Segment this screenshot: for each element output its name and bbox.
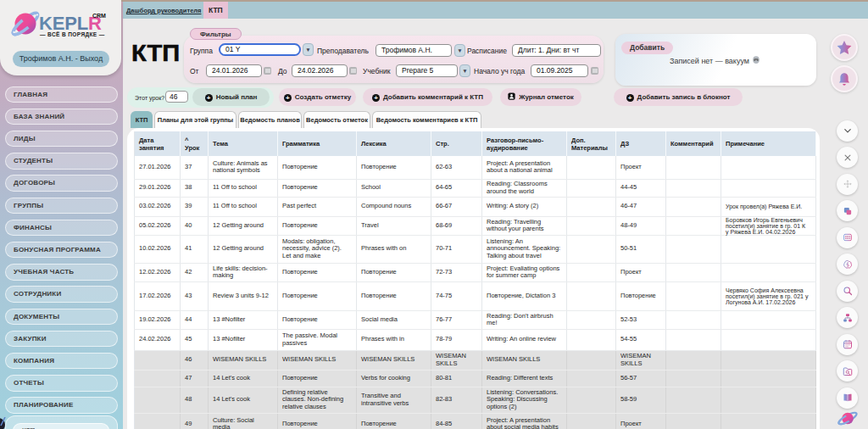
svg-text:— ВСЁ В ПОРЯДКЕ —: — ВСЁ В ПОРЯДКЕ — xyxy=(40,31,105,38)
svg-text:CRM: CRM xyxy=(92,13,106,19)
